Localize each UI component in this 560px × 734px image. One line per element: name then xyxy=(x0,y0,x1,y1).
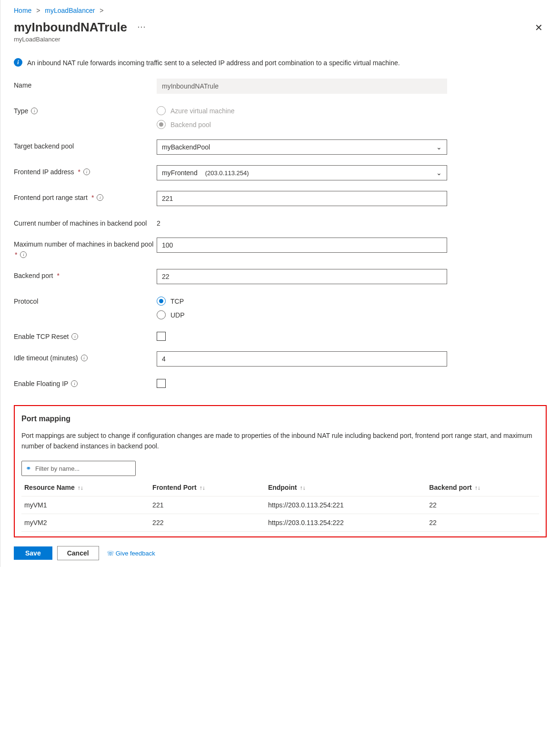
cell-resource: myVM2 xyxy=(21,514,150,532)
label-frontend-port-start: Frontend port range start* i xyxy=(14,191,157,201)
help-icon[interactable]: i xyxy=(71,333,78,340)
col-endpoint[interactable]: Endpoint↑↓ xyxy=(265,479,426,496)
type-radio-vm: Azure virtual machine xyxy=(157,106,447,115)
breadcrumb-loadbalancer[interactable]: myLoadBalancer xyxy=(45,7,95,14)
page-title: myInboundNATrule xyxy=(14,20,127,35)
breadcrumb: Home > myLoadBalancer > xyxy=(14,7,547,14)
label-target-backend-pool: Target backend pool xyxy=(14,139,157,150)
cell-endpoint: https://203.0.113.254:221 xyxy=(265,496,426,514)
help-icon[interactable]: i xyxy=(31,108,38,114)
port-mapping-table: Resource Name↑↓ Frontend Port↑↓ Endpoint… xyxy=(21,479,539,532)
current-machines-value: 2 xyxy=(157,217,447,227)
chevron-down-icon: ⌄ xyxy=(436,169,442,177)
max-machines-input[interactable] xyxy=(157,238,447,253)
help-icon[interactable]: i xyxy=(71,380,78,387)
label-protocol: Protocol xyxy=(14,295,157,305)
save-button[interactable]: Save xyxy=(14,546,52,560)
chevron-right-icon: > xyxy=(36,7,40,14)
chevron-right-icon: > xyxy=(100,7,103,14)
protocol-radio-udp[interactable]: UDP xyxy=(157,310,447,319)
label-enable-tcp-reset: Enable TCP Reset i xyxy=(14,330,157,340)
enable-floating-ip-checkbox[interactable] xyxy=(157,379,166,388)
info-icon: i xyxy=(14,58,22,67)
cell-endpoint: https://203.0.113.254:222 xyxy=(265,514,426,532)
sort-icon: ↑↓ xyxy=(200,485,205,491)
label-frontend-ip: Frontend IP address* i xyxy=(14,165,157,176)
frontend-port-start-input[interactable] xyxy=(157,191,447,206)
filter-input[interactable] xyxy=(35,465,131,472)
label-max-machines: Maximum number of machines in backend po… xyxy=(14,238,157,258)
enable-tcp-reset-checkbox[interactable] xyxy=(157,332,166,341)
sort-icon: ↑↓ xyxy=(475,485,480,491)
frontend-ip-select[interactable]: myFrontend (203.0.113.254) ⌄ xyxy=(157,165,447,180)
port-mapping-section: Port mapping Port mappings are subject t… xyxy=(14,405,547,537)
label-name: Name xyxy=(14,79,157,89)
sort-icon: ↑↓ xyxy=(78,485,83,491)
help-icon[interactable]: i xyxy=(83,169,90,175)
search-icon: ⚭ xyxy=(26,465,31,472)
cell-backend_port: 22 xyxy=(426,496,539,514)
help-icon[interactable]: i xyxy=(81,355,88,361)
col-resource-name[interactable]: Resource Name↑↓ xyxy=(21,479,150,496)
sort-icon: ↑↓ xyxy=(300,485,306,491)
close-icon[interactable]: ✕ xyxy=(531,20,547,35)
cancel-button[interactable]: Cancel xyxy=(57,546,99,560)
label-type: Type i xyxy=(14,104,157,115)
type-radio-pool: Backend pool xyxy=(157,120,447,129)
cell-resource: myVM1 xyxy=(21,496,150,514)
page-subtitle: myLoadBalancer xyxy=(14,36,147,43)
port-mapping-desc: Port mappings are subject to change if c… xyxy=(21,431,539,451)
cell-backend_port: 22 xyxy=(426,514,539,532)
feedback-icon: ☏ xyxy=(107,550,114,557)
backend-port-input[interactable] xyxy=(157,269,447,284)
col-frontend-port[interactable]: Frontend Port↑↓ xyxy=(150,479,265,496)
protocol-radio-tcp[interactable]: TCP xyxy=(157,297,447,306)
label-current-machines: Current number of machines in backend po… xyxy=(14,217,157,227)
label-idle-timeout: Idle timeout (minutes) i xyxy=(14,351,157,362)
help-icon[interactable]: i xyxy=(97,194,103,201)
idle-timeout-input[interactable] xyxy=(157,351,447,367)
table-row: myVM2222https://203.0.113.254:22222 xyxy=(21,514,539,532)
breadcrumb-home[interactable]: Home xyxy=(14,7,31,14)
filter-input-wrap[interactable]: ⚭ xyxy=(21,461,136,476)
give-feedback-link[interactable]: ☏ Give feedback xyxy=(107,550,155,557)
more-icon[interactable]: ⋯ xyxy=(137,21,147,32)
target-backend-pool-select[interactable]: myBackendPool ⌄ xyxy=(157,139,447,155)
cell-frontend_port: 222 xyxy=(150,514,265,532)
label-enable-floating-ip: Enable Floating IP i xyxy=(14,377,157,387)
info-text: An inbound NAT rule forwards incoming tr… xyxy=(27,58,400,68)
table-row: myVM1221https://203.0.113.254:22122 xyxy=(21,496,539,514)
chevron-down-icon: ⌄ xyxy=(436,143,442,151)
label-backend-port: Backend port* xyxy=(14,269,157,279)
help-icon[interactable]: i xyxy=(20,251,27,258)
port-mapping-title: Port mapping xyxy=(21,415,539,423)
col-backend-port[interactable]: Backend port↑↓ xyxy=(426,479,539,496)
cell-frontend_port: 221 xyxy=(150,496,265,514)
name-input xyxy=(157,79,447,94)
